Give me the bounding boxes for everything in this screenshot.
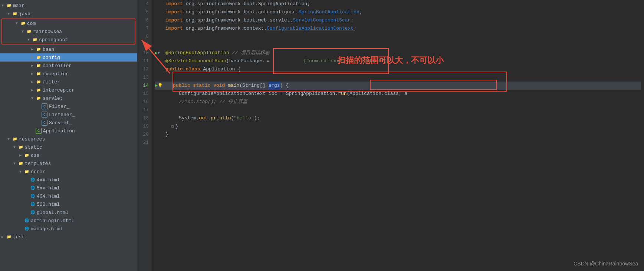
code-params-14a: (String[]: [239, 82, 268, 90]
tree-item-error[interactable]: 📁 error: [0, 168, 137, 176]
html-icon-5xx: 🌐: [30, 185, 36, 191]
tree-label-adminlogin: adminLogin.html: [31, 218, 74, 224]
tree-label-static: static: [25, 145, 42, 150]
tree-item-filter[interactable]: 📁 filter: [0, 78, 137, 86]
tree-item-com[interactable]: 📁 com: [2, 19, 135, 27]
code-line-18: System.out.println("hello");: [155, 114, 641, 122]
tree-label-templates: templates: [25, 161, 51, 166]
tree-item-bean[interactable]: 📁 bean: [0, 45, 137, 53]
tree-item-interceptor[interactable]: 📁 interceptor: [0, 86, 137, 94]
chevron-bean: [31, 47, 36, 52]
tree-item-templates[interactable]: 📁 templates: [0, 159, 137, 168]
code-line-14: ▶ 💡 public static void main (String[] ar…: [155, 82, 641, 90]
html-icon-500: 🌐: [30, 201, 36, 207]
tree-item-exception[interactable]: 📁 exception: [0, 70, 137, 78]
folder-icon-servlet: 📁: [36, 95, 42, 101]
chevron-controller: [31, 63, 36, 68]
tree-item-filter_[interactable]: C Filter_: [0, 102, 137, 110]
tree-item-listener_[interactable]: C Listener_: [0, 110, 137, 119]
code-line-21: [155, 139, 641, 147]
code-line-8: [155, 33, 641, 41]
tree-item-servlet_[interactable]: C Servlet_: [0, 119, 137, 127]
code-line-19: ◻ }: [155, 122, 641, 130]
code-line-13: [155, 73, 641, 82]
tree-item-adminlogin[interactable]: 🌐 adminLogin.html: [0, 217, 137, 225]
html-icon-manage: 🌐: [24, 226, 30, 232]
java-icon-filter_: C: [42, 103, 47, 109]
tree-item-test[interactable]: 📁 test: [0, 233, 137, 241]
tree-label-controller: controller: [43, 63, 72, 69]
chevron-java: [7, 12, 12, 16]
folder-icon-config: 📁: [36, 54, 42, 60]
lamp-icon-14: 💡: [158, 82, 163, 90]
tree-item-application[interactable]: C Application: [0, 127, 137, 135]
html-icon-global: 🌐: [30, 209, 36, 215]
annotation-springboot: @SpringBootApplication: [165, 49, 229, 57]
file-tree[interactable]: 📁 main 📁 java 📁 com 📁 rainbowsea 📁 sprin…: [0, 0, 137, 271]
code-args-14: args: [268, 82, 280, 90]
tree-item-404[interactable]: 🌐 404.html: [0, 192, 137, 200]
code-paren-18a: (: [231, 114, 234, 122]
html-icon-adminlogin: 🌐: [24, 218, 30, 224]
code-out-18: out: [199, 114, 208, 122]
tree-item-4xx[interactable]: 🌐 4xx.html: [0, 176, 137, 184]
tree-label-5xx: 5xx.html: [37, 185, 60, 191]
chevron-resources: [7, 137, 12, 141]
chevron-error: [19, 170, 24, 174]
annotation-text: 扫描的范围可以大，不可以小: [338, 55, 444, 66]
tree-item-500[interactable]: 🌐 500.html: [0, 200, 137, 208]
line-num-19: 19: [140, 122, 149, 130]
chevron-springboot: [27, 38, 32, 42]
code-line-15: ConfigurableApplicationContext ioc = Spr…: [155, 90, 641, 98]
kw-import-4: import: [165, 0, 186, 8]
code-line-12: public class Application {: [155, 65, 641, 73]
code-pkg-4: org.springframework.boot.: [186, 0, 258, 8]
tree-label-filter_: Filter_: [49, 104, 69, 109]
tree-item-rainbowsea[interactable]: 📁 rainbowsea: [2, 27, 135, 36]
code-line-6: import org.springframework.boot.web.serv…: [155, 16, 641, 24]
folder-icon-main: 📁: [6, 3, 12, 9]
chevron-com: [16, 22, 20, 26]
tree-item-manage[interactable]: 🌐 manage.html: [0, 225, 137, 233]
folder-icon-bean: 📁: [36, 46, 42, 52]
tree-item-main[interactable]: 📁 main: [0, 1, 137, 10]
code-string-18: "hello": [234, 114, 254, 122]
kw-class-12: class: [186, 65, 203, 73]
tree-item-css[interactable]: 📁 css: [0, 151, 137, 159]
code-editor[interactable]: 4 5 6 7 8 9 10 11 12 13 14 15 16 17 18 1…: [137, 0, 644, 271]
kw-import-6: import: [165, 16, 186, 24]
folder-icon-error: 📁: [24, 169, 30, 175]
code-pkg-5: org.springframework.boot.autoconfigure.: [186, 8, 299, 16]
tree-item-springboot[interactable]: 📁 springboot: [2, 36, 135, 44]
kw-void-14: void: [213, 82, 228, 90]
tree-label-global: global.html: [37, 210, 69, 215]
line-num-13: 13: [140, 73, 149, 82]
tree-item-static[interactable]: 📁 static: [0, 143, 137, 151]
code-type-15: ConfigurableApplicationContext ioc = Spr…: [179, 90, 338, 98]
tree-item-5xx[interactable]: 🌐 5xx.html: [0, 184, 137, 192]
line-num-17: 17: [140, 106, 149, 114]
folder-icon-resources: 📁: [12, 136, 18, 142]
tree-label-css: css: [31, 153, 39, 158]
tree-item-resources[interactable]: 📁 resources: [0, 135, 137, 143]
tree-item-global[interactable]: 🌐 global.html: [0, 208, 137, 217]
annotation-servlet: @ServletComponentScan: [165, 57, 226, 65]
line-num-9: 9: [140, 41, 149, 49]
tree-item-controller[interactable]: 📁 controller: [0, 62, 137, 70]
line-num-14: 14: [140, 82, 149, 90]
fold-icon-19: ◻: [171, 122, 174, 130]
comment-10: // 项目启动标志: [229, 49, 270, 57]
method-main-14: main: [228, 82, 239, 90]
chevron-exception: [31, 72, 36, 76]
line-num-15: 15: [140, 90, 149, 98]
java-icon-listener_: C: [42, 112, 47, 118]
code-line-17: [155, 106, 641, 114]
run-icon-10: ▶: [155, 49, 158, 57]
code-cls-7: ConfigurableApplicationContext: [267, 24, 354, 33]
code-line-5: import org.springframework.boot.autoconf…: [155, 8, 641, 16]
tree-label-servlet_: Servlet_: [49, 120, 72, 126]
tree-item-servlet[interactable]: 📁 servlet: [0, 94, 137, 102]
tree-item-config[interactable]: 📁 config: [0, 53, 137, 62]
tree-item-java[interactable]: 📁 java: [0, 10, 137, 18]
code-paren-18b: );: [254, 114, 260, 122]
